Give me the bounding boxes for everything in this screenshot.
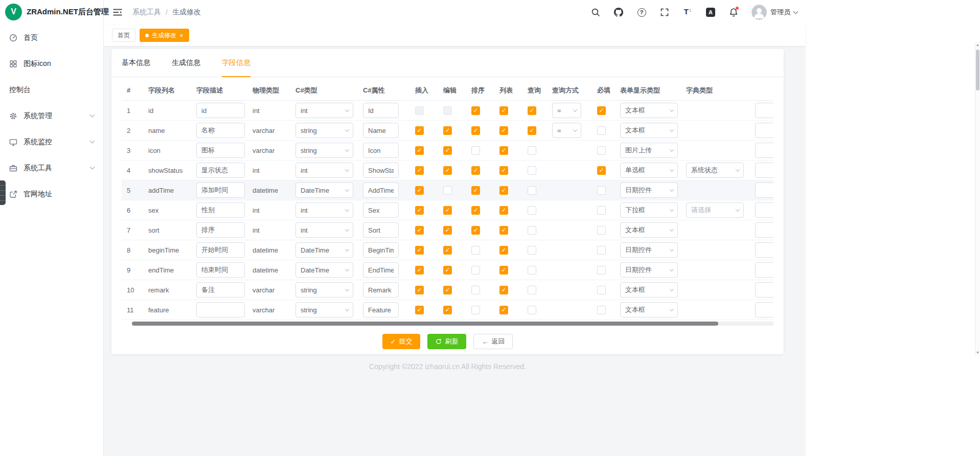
description-input[interactable] [196, 262, 245, 278]
sidebar-item-system-manage[interactable]: 系统管理 [0, 103, 103, 129]
display-type-select[interactable]: 文本框 [620, 123, 678, 138]
insert-checkbox[interactable] [415, 206, 424, 215]
required-checkbox[interactable] [597, 206, 606, 215]
query-checkbox[interactable] [528, 166, 536, 175]
cs-type-select[interactable]: string [295, 302, 353, 317]
query-checkbox[interactable] [528, 246, 536, 255]
query-checkbox[interactable] [528, 186, 536, 195]
tab-generate-info[interactable]: 生成信息 [172, 49, 200, 77]
cs-type-select[interactable]: DateTime [295, 242, 353, 258]
font-size-icon[interactable]: T↕ [682, 7, 693, 17]
cs-property-input[interactable] [363, 123, 399, 138]
edit-checkbox[interactable] [443, 206, 452, 215]
refresh-button[interactable]: 刷新 [427, 334, 466, 349]
sort-checkbox[interactable] [471, 226, 480, 235]
required-checkbox[interactable] [597, 186, 606, 195]
submit-button[interactable]: ✓ 提交 [382, 334, 421, 349]
edit-checkbox[interactable] [443, 306, 452, 314]
edit-checkbox[interactable] [443, 186, 452, 195]
list-checkbox[interactable] [499, 186, 508, 195]
list-checkbox[interactable] [499, 126, 508, 135]
extra-input[interactable] [755, 123, 773, 138]
edit-checkbox[interactable] [443, 266, 452, 275]
search-icon[interactable] [590, 7, 601, 17]
cs-property-input[interactable] [363, 282, 399, 298]
edit-checkbox[interactable] [443, 226, 452, 235]
cs-type-select[interactable]: string [295, 143, 353, 158]
list-checkbox[interactable] [499, 106, 508, 115]
display-type-select[interactable]: 下拉框 [620, 202, 678, 218]
query-checkbox[interactable] [528, 126, 536, 135]
list-checkbox[interactable] [499, 166, 508, 175]
cs-type-select[interactable]: int [295, 202, 353, 218]
insert-checkbox[interactable] [415, 246, 424, 255]
cs-property-input[interactable] [363, 103, 399, 118]
required-checkbox[interactable] [597, 146, 606, 155]
sort-checkbox[interactable] [471, 206, 480, 215]
sort-checkbox[interactable] [471, 306, 480, 314]
insert-checkbox[interactable] [415, 106, 424, 115]
description-input[interactable] [196, 222, 245, 238]
insert-checkbox[interactable] [415, 266, 424, 275]
insert-checkbox[interactable] [415, 226, 424, 235]
insert-checkbox[interactable] [415, 306, 424, 314]
tab-field-info[interactable]: 字段信息 [222, 49, 250, 77]
display-type-select[interactable]: 日期控件 [620, 183, 678, 198]
language-icon[interactable]: A [705, 7, 716, 17]
edit-checkbox[interactable] [443, 166, 452, 175]
horizontal-scrollbar-thumb[interactable] [132, 322, 718, 326]
required-checkbox[interactable] [597, 246, 606, 255]
cs-type-select[interactable]: string [295, 282, 353, 298]
required-checkbox[interactable] [597, 106, 606, 115]
extra-input[interactable] [755, 163, 773, 178]
github-icon[interactable] [613, 7, 624, 17]
insert-checkbox[interactable] [415, 126, 424, 135]
insert-checkbox[interactable] [415, 286, 424, 294]
required-checkbox[interactable] [597, 226, 606, 235]
sidebar-item-home[interactable]: 首页 [0, 25, 103, 51]
extra-input[interactable] [755, 183, 773, 198]
fullscreen-icon[interactable] [659, 7, 670, 17]
cs-property-input[interactable] [363, 183, 399, 198]
required-checkbox[interactable] [597, 286, 606, 294]
sort-checkbox[interactable] [471, 106, 480, 115]
list-checkbox[interactable] [499, 206, 508, 215]
close-icon[interactable]: × [179, 32, 184, 39]
display-type-select[interactable]: 日期控件 [620, 242, 678, 258]
cs-type-select[interactable]: DateTime [295, 183, 353, 198]
extra-input[interactable] [755, 103, 773, 118]
query-mode-select[interactable]: = [552, 103, 581, 118]
extra-input[interactable] [755, 262, 773, 278]
description-input[interactable] [196, 123, 245, 138]
list-checkbox[interactable] [499, 226, 508, 235]
query-checkbox[interactable] [528, 106, 536, 115]
display-type-select[interactable]: 图片上传 [620, 143, 678, 158]
description-input[interactable] [196, 282, 245, 298]
edit-checkbox[interactable] [443, 146, 452, 155]
description-input[interactable] [196, 163, 245, 178]
edit-checkbox[interactable] [443, 126, 452, 135]
cs-property-input[interactable] [363, 143, 399, 158]
edit-checkbox[interactable] [443, 106, 452, 115]
description-input[interactable] [196, 183, 245, 198]
sidebar-item-icons[interactable]: 图标icon [0, 51, 103, 77]
insert-checkbox[interactable] [415, 186, 424, 195]
sort-checkbox[interactable] [471, 166, 480, 175]
cs-type-select[interactable]: DateTime [295, 262, 353, 278]
description-input[interactable] [196, 202, 245, 218]
insert-checkbox[interactable] [415, 166, 424, 175]
vertical-scrollbar-thumb[interactable] [976, 50, 979, 90]
dict-type-select[interactable]: 请选择 [686, 202, 744, 218]
dict-type-select[interactable]: 系统状态 [686, 163, 744, 178]
sidebar-item-system-tools[interactable]: 系统工具 [0, 155, 103, 181]
sort-checkbox[interactable] [471, 286, 480, 294]
required-checkbox[interactable] [597, 266, 606, 275]
query-mode-select[interactable]: = [552, 123, 581, 138]
display-type-select[interactable]: 文本框 [620, 302, 678, 317]
extra-input[interactable] [755, 282, 773, 298]
cs-property-input[interactable] [363, 222, 399, 238]
extra-input[interactable] [755, 242, 773, 258]
bell-icon[interactable] [728, 7, 739, 17]
query-checkbox[interactable] [528, 146, 536, 155]
help-icon[interactable]: ? [636, 7, 647, 17]
